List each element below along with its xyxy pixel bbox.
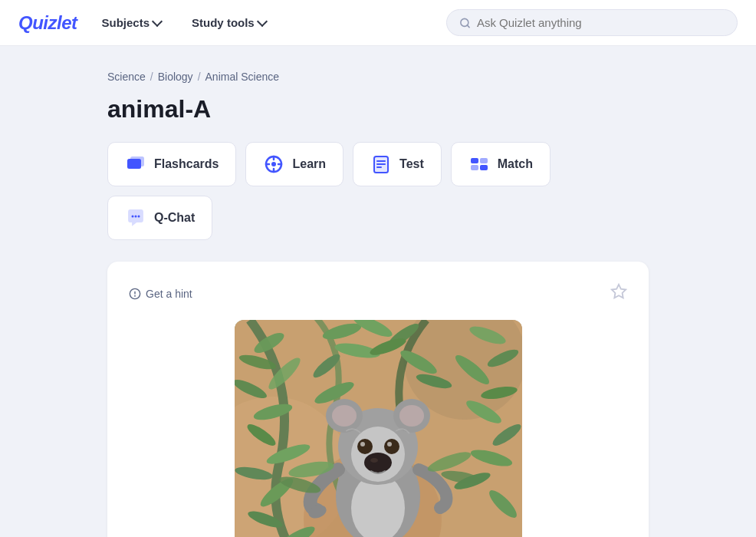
breadcrumb-biology[interactable]: Biology (158, 71, 193, 83)
svg-point-19 (132, 216, 134, 218)
svg-rect-16 (480, 158, 488, 163)
breadcrumb-sep-2: / (198, 71, 201, 83)
svg-rect-17 (471, 165, 478, 170)
qchat-tool[interactable]: Q-Chat (107, 196, 212, 240)
match-label: Match (498, 157, 533, 171)
logo[interactable]: Quizlet (18, 12, 77, 34)
svg-point-69 (360, 442, 365, 446)
svg-line-1 (467, 25, 469, 27)
flashcard-icon (125, 153, 146, 175)
svg-point-67 (399, 405, 424, 427)
svg-point-20 (135, 216, 137, 218)
qchat-label: Q-Chat (154, 211, 195, 225)
navbar: Quizlet Subjects Study tools (0, 0, 756, 46)
page-title: animal-A (107, 95, 649, 124)
svg-point-71 (387, 442, 392, 446)
subjects-chevron-icon (152, 16, 163, 27)
koala-scene-svg (235, 320, 522, 537)
learn-icon (263, 153, 284, 175)
breadcrumb-animal-science[interactable]: Animal Science (205, 71, 280, 83)
breadcrumb: Science / Biology / Animal Science (107, 71, 649, 83)
flashcards-tool[interactable]: Flashcards (107, 142, 236, 186)
hint-icon (129, 288, 141, 300)
svg-point-70 (384, 439, 399, 454)
breadcrumb-sep-1: / (150, 71, 153, 83)
tools-row: Flashcards Learn (107, 142, 649, 240)
search-bar[interactable] (446, 9, 738, 36)
svg-marker-25 (612, 285, 626, 298)
subjects-menu[interactable]: Subjects (96, 12, 168, 34)
qchat-icon (125, 207, 146, 229)
svg-rect-3 (130, 156, 144, 166)
star-icon (610, 283, 627, 300)
svg-point-73 (370, 458, 378, 463)
flashcard-image-wrapper (129, 320, 627, 537)
learn-label: Learn (292, 157, 326, 171)
svg-rect-18 (480, 165, 488, 170)
study-tools-label: Study tools (192, 16, 255, 29)
search-icon (459, 17, 471, 29)
svg-point-5 (271, 162, 276, 166)
test-label: Test (399, 157, 424, 171)
search-input[interactable] (477, 16, 725, 29)
main-content: Science / Biology / Animal Science anima… (0, 46, 756, 537)
svg-point-65 (332, 405, 357, 427)
subjects-label: Subjects (102, 16, 150, 29)
svg-point-72 (364, 453, 392, 473)
test-tool[interactable]: Test (353, 142, 442, 186)
svg-point-24 (135, 295, 136, 296)
study-tools-chevron-icon (257, 16, 268, 27)
breadcrumb-science[interactable]: Science (107, 71, 146, 83)
match-icon (468, 153, 490, 175)
hint-label: Get a hint (146, 288, 192, 300)
hint-button[interactable]: Get a hint (129, 288, 192, 300)
test-icon (370, 153, 392, 175)
learn-tool[interactable]: Learn (245, 142, 343, 186)
study-tools-menu[interactable]: Study tools (186, 12, 272, 34)
svg-point-21 (138, 216, 140, 218)
flashcard-top-bar: Get a hint (129, 283, 627, 305)
svg-rect-15 (471, 158, 478, 163)
star-button[interactable] (610, 283, 627, 305)
svg-point-68 (357, 439, 373, 454)
koala-image (235, 320, 522, 537)
flashcard-area: Get a hint (107, 262, 649, 537)
flashcards-label: Flashcards (154, 157, 219, 171)
match-tool[interactable]: Match (451, 142, 551, 186)
